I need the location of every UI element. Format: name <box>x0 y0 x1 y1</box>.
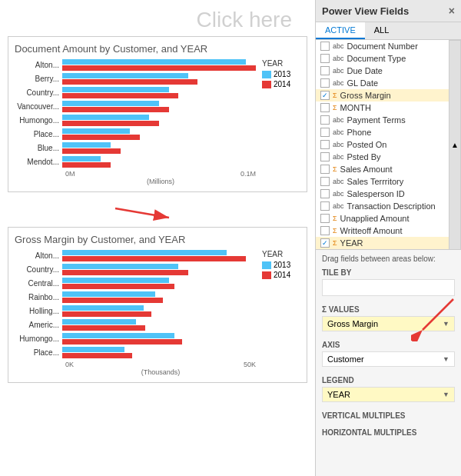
axis-max: 50K <box>244 361 256 368</box>
list-item[interactable]: abc Due Date <box>316 65 449 77</box>
field-label: Sales Amount <box>340 165 393 174</box>
bar-label: Vancouver... <box>15 102 62 111</box>
field-checkbox[interactable] <box>320 54 330 63</box>
legend-color-red <box>262 81 271 88</box>
bar-2014 <box>62 298 163 303</box>
field-label: Unapplied Amount <box>340 214 410 223</box>
field-checkbox[interactable] <box>320 226 330 235</box>
legend-item-2013: 2013 <box>262 261 300 269</box>
chart2-title: Gross Margin by Customer, and YEAR <box>15 234 300 245</box>
bar-label: Rainbo... <box>15 293 62 301</box>
table-row: Rainbo... <box>15 291 256 303</box>
bar-2013 <box>62 347 124 352</box>
table-row: Humongo... <box>15 333 256 345</box>
axis-field[interactable]: Customer ▼ <box>322 351 455 367</box>
red-arrow-values <box>411 295 457 341</box>
list-item[interactable]: abc Sales Terrritory <box>316 175 449 188</box>
field-checkbox[interactable] <box>320 115 330 125</box>
field-label: Payment Terms <box>347 115 406 125</box>
drag-hint: Drag fields between areas below: <box>316 250 461 265</box>
close-button[interactable]: × <box>449 5 455 17</box>
table-row: Alton... <box>15 250 256 261</box>
tile-by-label: TILE BY <box>322 268 455 277</box>
list-item-year[interactable]: ✓ Σ YEAR <box>316 237 449 249</box>
field-checkbox[interactable] <box>320 189 330 198</box>
legend-label-2014: 2014 <box>274 271 290 279</box>
field-label: Phone <box>347 128 372 137</box>
bar-2013 <box>62 291 155 297</box>
field-checkbox[interactable] <box>320 42 330 51</box>
legend-item-2014: 2014 <box>262 271 300 279</box>
list-item[interactable]: Σ Sales Amount <box>316 163 449 175</box>
list-item[interactable]: abc Transaction Description <box>316 200 449 212</box>
field-checkbox[interactable] <box>320 201 330 211</box>
bar-2014 <box>62 162 111 168</box>
bar-group <box>62 278 256 289</box>
field-checkbox[interactable] <box>320 152 330 161</box>
list-item[interactable]: abc Salesperson ID <box>316 188 449 200</box>
list-item[interactable]: Σ MONTH <box>316 102 449 114</box>
tile-by-field[interactable] <box>322 279 455 296</box>
dropdown-arrow-icon[interactable]: ▼ <box>443 355 449 363</box>
legend-field[interactable]: YEAR ▼ <box>322 387 455 402</box>
bar-group <box>62 142 256 154</box>
list-item[interactable]: abc Document Type <box>316 52 449 65</box>
tab-all[interactable]: ALL <box>365 22 399 39</box>
chart2-axis-subtitle: (Thousands) <box>15 368 256 376</box>
chart1-axis-subtitle: (Millions) <box>15 178 256 185</box>
field-label: Sales Terrritory <box>347 177 404 186</box>
table-row: Vancouver... <box>15 101 256 112</box>
chart2-container: Gross Margin by Customer, and YEAR Alton… <box>8 227 307 383</box>
bar-2014 <box>62 353 132 358</box>
list-item[interactable]: abc GL Date <box>316 77 449 89</box>
bar-2013 <box>62 305 144 311</box>
list-item[interactable]: Σ Unapplied Amount <box>316 212 449 225</box>
list-item[interactable]: Σ Writteoff Amount <box>316 225 449 237</box>
field-checkbox[interactable]: ✓ <box>320 91 330 100</box>
right-panel: Power View Fields × ACTIVE ALL abc Docum… <box>315 0 461 476</box>
field-checkbox[interactable] <box>320 78 330 88</box>
scrollbar-up[interactable]: ▲ <box>449 40 461 250</box>
field-label: MONTH <box>340 103 371 112</box>
list-item-posted-on[interactable]: abc Posted On <box>316 138 449 151</box>
areas-panel: Drag fields between areas below: TILE BY… <box>316 250 461 476</box>
field-checkbox[interactable] <box>320 165 330 174</box>
bar-label: Humongo... <box>15 335 62 343</box>
field-checkbox[interactable] <box>320 177 330 186</box>
abc-icon: abc <box>333 202 344 210</box>
chart1-inner: Alton... Berry... Country... <box>15 59 300 185</box>
field-checkbox[interactable] <box>320 66 330 75</box>
field-checkbox[interactable] <box>320 214 330 223</box>
legend-field-label: YEAR <box>327 390 350 399</box>
bar-2013 <box>62 101 159 106</box>
field-checkbox[interactable] <box>320 103 330 112</box>
fields-row: abc Document Number abc Document Type ab… <box>316 40 461 250</box>
list-item[interactable]: abc Psted By <box>316 151 449 163</box>
panel-header: Power View Fields × <box>316 0 461 22</box>
table-row: Humongo... <box>15 115 256 126</box>
bar-group <box>62 59 256 71</box>
list-item[interactable]: abc Payment Terms <box>316 114 449 126</box>
field-checkbox[interactable] <box>320 140 330 149</box>
table-row: Mendot... <box>15 156 256 168</box>
field-label: Psted By <box>347 152 381 161</box>
chart1-bars: Alton... Berry... Country... <box>15 59 256 185</box>
field-label: Document Type <box>347 54 406 63</box>
sigma-icon: Σ <box>333 104 337 112</box>
tab-active[interactable]: ACTIVE <box>316 22 365 39</box>
table-row: Berry... <box>15 73 256 85</box>
list-item[interactable]: abc Document Number <box>316 40 449 52</box>
bar-2014 <box>62 135 140 140</box>
bar-label: Country... <box>15 265 62 274</box>
horizontal-multiples-label: HORIZONTAL MULTIPLES <box>322 428 455 437</box>
dropdown-arrow-icon[interactable]: ▼ <box>443 391 449 398</box>
bar-2013 <box>62 142 111 148</box>
field-checkbox[interactable] <box>320 128 330 137</box>
list-item-gross-margin[interactable]: ✓ Σ Gross Margin <box>316 89 449 102</box>
list-item[interactable]: abc Phone <box>316 126 449 138</box>
field-checkbox[interactable]: ✓ <box>320 238 330 248</box>
svg-line-3 <box>423 299 453 330</box>
bar-label: Berry... <box>15 75 62 83</box>
chart1-legend: YEAR 2013 2014 <box>262 59 300 90</box>
bar-label: Place... <box>15 348 62 357</box>
